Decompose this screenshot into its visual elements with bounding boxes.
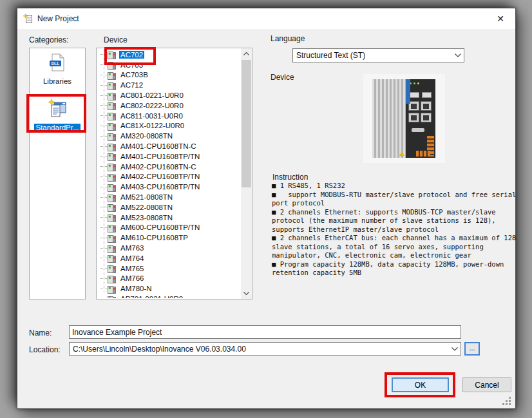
device-row[interactable]: AC81X-0122-U0R0 <box>97 121 241 131</box>
status-led <box>417 82 419 84</box>
device-label: AM764 <box>119 254 145 262</box>
device-row[interactable]: AM401-CPU1608TN-C <box>97 141 241 151</box>
device-row[interactable]: AM766 <box>97 274 241 284</box>
device-row[interactable]: AC802-0222-U0R0 <box>97 100 241 111</box>
instruction-line: ■ 1 RS485, 1 RS232 <box>272 182 519 191</box>
device-row[interactable]: AM402-CPU1608TN-C <box>97 162 241 172</box>
device-row[interactable]: AM402-CPU1608TP/TN <box>97 172 241 182</box>
device-label-strip <box>406 79 410 104</box>
tree-dash <box>100 227 107 228</box>
tree-dash <box>100 85 107 86</box>
device-label: AM401-CPU1608TP/TN <box>119 153 201 160</box>
device-label: AM763 <box>119 244 145 252</box>
chevron-down-icon <box>452 52 464 59</box>
categories-listbox[interactable]: DLLLibrariesStandardPr... <box>29 48 86 299</box>
device-label: AM522-0808TN <box>119 204 174 211</box>
terminal-block <box>416 151 430 157</box>
hdmi-port <box>412 128 424 132</box>
tree-dash <box>100 289 107 289</box>
tree-dash <box>100 207 107 207</box>
plc-device-icon <box>108 173 116 181</box>
plc-device-icon <box>108 274 116 283</box>
device-row[interactable]: AC703B <box>97 70 241 81</box>
device-row[interactable]: AC801-0221-U0R0 <box>97 90 241 100</box>
usb-port <box>410 92 419 98</box>
device-row[interactable]: AM401-CPU1608TP/TN <box>97 151 241 162</box>
title-bar[interactable]: New Project ✕ <box>17 8 515 29</box>
category-item-standardpr-[interactable]: StandardPr... <box>30 99 85 131</box>
device-row[interactable]: AC811-0031-U0R0 <box>97 111 241 121</box>
chevron-down-icon <box>449 346 461 352</box>
device-row[interactable]: AP701-0021-U0R0 <box>97 294 241 298</box>
plc-device-icon <box>108 71 116 79</box>
plc-device-icon <box>108 142 116 151</box>
plc-device-icon <box>108 61 116 69</box>
device-row[interactable]: AM521-0808TN <box>97 192 241 202</box>
scroll-up-icon[interactable] <box>241 48 252 59</box>
ethernet-port <box>421 113 432 122</box>
device-row[interactable]: AM600-CPU1608TP/TN <box>97 223 241 233</box>
plc-device-icon <box>108 213 116 222</box>
device-row[interactable]: AM403-CPU1608TP/TN <box>97 182 241 192</box>
location-combobox[interactable]: C:\Users\Lincoln\Desktop\Inovance V06.03… <box>69 342 461 356</box>
device-row[interactable]: AM523-0808TN <box>97 213 241 223</box>
plc-device-icon <box>108 162 116 171</box>
close-icon[interactable]: ✕ <box>493 12 508 25</box>
device-list-scrollbar[interactable] <box>241 48 252 299</box>
device-row[interactable]: AM765 <box>97 263 241 274</box>
tree-dash <box>100 166 107 167</box>
device-row[interactable]: AC712 <box>97 80 241 90</box>
tree-dash <box>100 278 107 279</box>
category-label: StandardPr... <box>34 124 80 131</box>
tree-dash <box>100 217 107 218</box>
tree-dash <box>100 64 107 65</box>
plc-device-icon <box>108 223 116 232</box>
categories-label: Categories: <box>29 35 68 44</box>
plc-device-icon <box>108 152 116 160</box>
device-label: AC702 <box>119 51 144 59</box>
name-input[interactable] <box>69 325 461 339</box>
device-label: AM402-CPU1608TP/TN <box>119 173 201 180</box>
device-listbox[interactable]: AC702AC703AC703BAC712AC801-0221-U0R0AC80… <box>96 48 252 299</box>
tree-dash <box>100 136 107 137</box>
tree-dash <box>100 105 107 106</box>
device-row[interactable]: AM780-N <box>97 283 241 294</box>
instruction-line: ■ 2 channels Ethernet: supports MODBUS-T… <box>272 208 519 234</box>
dll-file-icon: DLL <box>47 52 68 75</box>
device-row[interactable]: AM522-0808TN <box>97 202 241 213</box>
usb-port <box>422 92 432 98</box>
tree-dash <box>100 248 107 249</box>
tree-dash <box>100 75 107 75</box>
instruction-text: ■ 1 RS485, 1 RS232■ support MODBUS-RTU m… <box>272 182 519 278</box>
tree-dash <box>100 115 107 116</box>
resize-grip[interactable] <box>509 397 511 399</box>
plc-device-icon <box>108 91 116 100</box>
device-label: AC703B <box>119 71 149 79</box>
device-label: AM403-CPU1608TP/TN <box>119 183 201 191</box>
device-row[interactable]: AC703 <box>97 60 241 70</box>
plc-device-icon <box>108 264 116 272</box>
category-item-libraries[interactable]: DLLLibraries <box>30 52 85 85</box>
browse-button[interactable]: ... <box>464 342 480 356</box>
device-row[interactable]: AM610-CPU1608TP <box>97 233 241 243</box>
device-label: AM521-0808TN <box>119 193 174 201</box>
device-row[interactable]: AM764 <box>97 253 241 263</box>
device-label: AM780-N <box>119 285 153 292</box>
scroll-down-icon[interactable] <box>241 288 252 299</box>
plc-device-icon <box>108 295 116 298</box>
device-row[interactable]: AC702 <box>97 50 241 60</box>
ok-button[interactable]: OK <box>392 377 449 392</box>
language-select[interactable]: Structured Text (ST) <box>292 48 464 62</box>
cancel-button[interactable]: Cancel <box>462 377 511 392</box>
scrollbar-thumb[interactable] <box>242 60 251 187</box>
device-panel-label: Device <box>271 73 294 82</box>
plc-device-icon <box>108 111 116 120</box>
device-column-label: Device <box>104 35 128 44</box>
device-row[interactable]: AM763 <box>97 243 241 253</box>
tree-dash <box>100 238 107 238</box>
location-value: C:\Users\Lincoln\Desktop\Inovance V06.03… <box>70 345 449 354</box>
language-value: Structured Text (ST) <box>293 51 452 60</box>
device-label: AP701-0021-U0R0 <box>119 295 184 298</box>
device-row[interactable]: AM320-0808TN <box>97 131 241 141</box>
tree-dash <box>100 126 107 126</box>
